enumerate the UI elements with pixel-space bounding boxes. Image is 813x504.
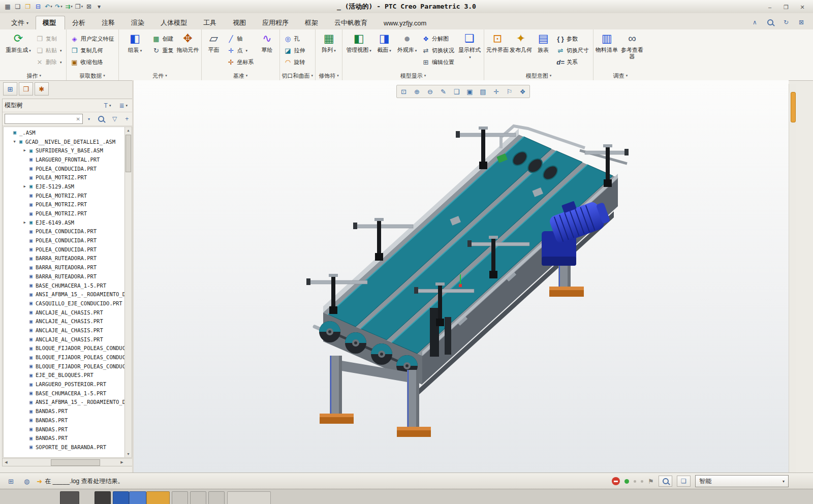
tree-node[interactable]: BANDAS.PRT bbox=[4, 416, 124, 425]
undo-icon[interactable]: ↶▾ bbox=[44, 2, 53, 12]
zoom-refit-icon[interactable]: ⊡ bbox=[397, 86, 410, 97]
assemble-button[interactable]: ◧ 组装▾ bbox=[121, 31, 149, 54]
family-table-button[interactable]: ▤ 族表 bbox=[533, 31, 553, 54]
ribbon-tab[interactable]: 渲染 bbox=[124, 16, 153, 29]
group-label-cut-surface[interactable]: 切口和曲面▾ bbox=[282, 71, 314, 80]
ribbon-tab[interactable]: 文件▾ bbox=[4, 16, 36, 29]
delete-button[interactable]: ✕删除▾ bbox=[34, 57, 64, 68]
switch-dimensions-button[interactable]: ⇌切换尺寸 bbox=[554, 45, 591, 56]
datum-display-icon[interactable]: ✛ bbox=[490, 86, 503, 97]
toggle-browser-icon[interactable]: ◍ bbox=[21, 477, 33, 486]
tree-node[interactable]: _.ASM bbox=[4, 128, 124, 137]
create-button[interactable]: ▦创建 bbox=[150, 34, 176, 44]
pattern-button[interactable]: ▦ 阵列▾ bbox=[318, 31, 340, 54]
tree-node[interactable]: BARRA_RUTEADORA.PRT bbox=[4, 254, 124, 263]
tree-node[interactable]: ANCLAJE_AL_CHASIS.PRT bbox=[4, 308, 124, 317]
ribbon-tab[interactable]: 框架 bbox=[298, 16, 327, 29]
tree-node[interactable]: ANSI_AFBMA_15_-_RODAMIENTO_D bbox=[4, 398, 124, 407]
stop-icon[interactable] bbox=[612, 477, 620, 485]
tree-node[interactable]: BARRA_RUTEADORA.PRT bbox=[4, 272, 124, 281]
point-button[interactable]: ✛点▾ bbox=[225, 45, 256, 56]
parameters-button[interactable]: { }参数 bbox=[554, 34, 591, 44]
tree-node[interactable]: BANDAS.PRT bbox=[4, 433, 124, 443]
taskbar-item[interactable] bbox=[190, 491, 206, 504]
taskbar-item[interactable] bbox=[129, 491, 146, 504]
extrude-button[interactable]: ◪拉伸 bbox=[282, 45, 307, 56]
clear-search-icon[interactable]: ✕ bbox=[76, 116, 81, 122]
clipboard-button[interactable]: ❏ bbox=[677, 476, 691, 487]
hole-button[interactable]: ◎孔 bbox=[282, 34, 307, 44]
taskbar-item[interactable] bbox=[208, 491, 225, 504]
search-icon[interactable] bbox=[764, 18, 776, 27]
axis-button[interactable]: ╱轴 bbox=[225, 34, 256, 44]
spin-center-icon[interactable]: ❖ bbox=[516, 86, 529, 97]
publish-geometry-button[interactable]: ✦ 发布几何 bbox=[510, 31, 532, 54]
tree-node[interactable]: BASE_CHUMACERA_1-5.PRT bbox=[4, 281, 124, 290]
tree-node[interactable]: BANDAS.PRT bbox=[4, 425, 124, 434]
bom-button[interactable]: ▥ 物料清单 bbox=[596, 31, 618, 54]
ribbon-tab[interactable]: 人体模型 bbox=[153, 16, 196, 29]
zoom-in-icon[interactable]: ⊕ bbox=[411, 86, 423, 97]
tree-node[interactable]: POLEA_MOTRIZ.PRT bbox=[4, 200, 124, 209]
repeat-button[interactable]: ↻重复 bbox=[150, 45, 176, 56]
open-file-icon[interactable]: ❒ bbox=[23, 2, 33, 12]
find-tool-button[interactable] bbox=[659, 476, 672, 487]
customize-toolbar-icon[interactable]: ▾ bbox=[95, 2, 104, 12]
sync-icon[interactable]: ↻ bbox=[780, 18, 792, 27]
tree-node[interactable]: POLEA_CONDUCIDA.PRT bbox=[4, 164, 124, 173]
ribbon-tab[interactable]: 视图 bbox=[226, 16, 255, 29]
repaint-icon[interactable]: ✎ bbox=[437, 86, 450, 97]
tree-node[interactable]: BANDAS.PRT bbox=[4, 406, 124, 416]
shrinkwrap-button[interactable]: ▣收缩包络 bbox=[69, 57, 116, 68]
tree-node[interactable]: POLEA_MOTRIZ.PRT bbox=[4, 209, 124, 218]
panel-grab-handle[interactable] bbox=[791, 92, 796, 122]
group-label-investigate[interactable]: 调查▾ bbox=[596, 71, 645, 80]
expand-arrow[interactable]: ▶ bbox=[22, 184, 27, 188]
tree-node[interactable]: EJE_DE_BLOQUES.PRT bbox=[4, 371, 124, 380]
screen-layout-icon[interactable]: ▦ bbox=[3, 2, 13, 12]
restore-button[interactable]: ❐ bbox=[780, 2, 792, 11]
edit-position-button[interactable]: ⊞编辑位置 bbox=[420, 57, 456, 68]
revolve-button[interactable]: ◠旋转 bbox=[282, 57, 307, 68]
tree-node[interactable]: BLOQUE_FIJADOR_POLEAS_CONDUC bbox=[4, 362, 124, 371]
view-manager-icon[interactable]: ▤ bbox=[477, 86, 489, 97]
selection-filter-select[interactable]: 智能 ▾ bbox=[695, 475, 789, 487]
explode-view-button[interactable]: ❖分解图 bbox=[420, 34, 456, 44]
new-file-icon[interactable]: ❏ bbox=[13, 2, 23, 12]
display-style-button[interactable]: ❑ 显示样式▾ bbox=[457, 31, 482, 61]
tree-node[interactable]: ▶ EJE-5129.ASM bbox=[4, 182, 124, 191]
find-icon[interactable] bbox=[95, 114, 107, 124]
tree-settings-icon[interactable]: ≣▾ bbox=[116, 101, 131, 111]
tree-node[interactable]: BARRA_RUTEADORA.PRT bbox=[4, 263, 124, 272]
save-icon[interactable]: ⊟ bbox=[34, 2, 43, 12]
expand-arrow[interactable]: ▶ bbox=[22, 220, 27, 225]
tree-filters-icon[interactable]: T▾ bbox=[101, 101, 114, 111]
switch-state-button[interactable]: ⇄切换状况 bbox=[420, 45, 456, 56]
add-column-icon[interactable]: + bbox=[122, 114, 132, 124]
tree-node[interactable]: POLEA_CONDUCIDA.PRT bbox=[4, 227, 124, 236]
group-label-model-intent[interactable]: 模型意图▾ bbox=[486, 71, 591, 80]
collapse-ribbon-icon[interactable]: ∧ bbox=[749, 18, 760, 27]
sections-button[interactable]: ◨ 截面▾ bbox=[374, 31, 394, 54]
display-style-icon[interactable]: ❑ bbox=[450, 86, 463, 97]
relations-button[interactable]: d=关系 bbox=[554, 57, 591, 68]
expand-arrow[interactable]: ▼ bbox=[12, 140, 17, 144]
close-window-icon[interactable]: ⊠ bbox=[84, 2, 94, 12]
tree-node[interactable]: BASE_CHUMACERA_1-5.PRT bbox=[4, 389, 124, 398]
copy-button[interactable]: ❐复制 bbox=[34, 34, 64, 44]
tree-node[interactable]: BLOQUE_FIJADOR_POLEAS_CONDUC bbox=[4, 353, 124, 362]
scrollbar-thumb[interactable] bbox=[126, 135, 131, 172]
tree-node[interactable]: SOPORTE_DE_BARANDA.PRT bbox=[4, 443, 124, 452]
windows-icon[interactable]: ❐▾ bbox=[74, 2, 84, 12]
taskbar-item[interactable] bbox=[60, 491, 79, 504]
tree-vertical-scrollbar[interactable]: ▲ ▼ bbox=[124, 127, 132, 457]
ribbon-tab[interactable]: 分析 bbox=[65, 16, 95, 29]
zoom-out-icon[interactable]: ⊖ bbox=[424, 86, 436, 97]
ribbon-tab[interactable]: 模型 bbox=[36, 16, 65, 29]
component-interface-button[interactable]: ⊡ 元件界面 bbox=[486, 31, 509, 54]
tree-node[interactable]: ANSI_AFBMA_15_-_RODAMIENTO_D bbox=[4, 290, 124, 299]
tree-node[interactable]: CASQUILLO_EJE_CONDUCIDO.PRT bbox=[4, 299, 124, 308]
tree-node[interactable]: ANCLAJE_AL_CHASIS.PRT bbox=[4, 326, 124, 335]
filter-icon[interactable]: ▽ bbox=[109, 114, 120, 124]
manage-views-button[interactable]: ◧ 管理视图▾ bbox=[345, 31, 373, 54]
